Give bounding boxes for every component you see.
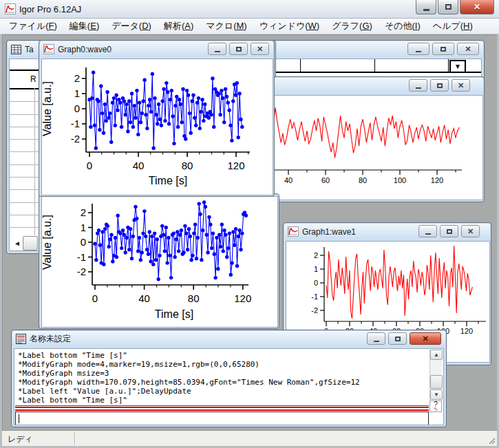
minimize-icon (215, 51, 220, 52)
svg-text:0: 0 (74, 103, 80, 114)
table-column-border (34, 88, 35, 235)
resize-grip[interactable] (488, 437, 496, 445)
history-line: *Label left "Value [a.u.]";DelayUpdate (18, 387, 429, 396)
command-close-button[interactable]: ✕ (410, 332, 441, 345)
maximize-icon (445, 4, 452, 10)
svg-text:2: 2 (314, 251, 318, 259)
menu-item-6[interactable]: グラフ(G) (326, 19, 379, 34)
scroll-up-button[interactable]: ▲ (430, 350, 443, 360)
close-icon: ✕ (467, 228, 474, 235)
svg-text:0: 0 (314, 279, 318, 287)
close-icon: ✕ (422, 335, 428, 343)
table-top-maximize-button[interactable] (432, 43, 454, 55)
history-line: *ModifyGraph msize=3 (18, 369, 429, 378)
graph-red-minimize-button[interactable] (409, 79, 427, 92)
svg-text:-1: -1 (311, 292, 318, 301)
graph1-titlebar[interactable]: Graph1:wave1 (284, 224, 490, 239)
maximize-icon (437, 83, 443, 88)
svg-text:-1: -1 (71, 118, 80, 129)
graph-red-maximize-button[interactable] (430, 79, 449, 92)
command-minimize-button[interactable] (367, 332, 385, 345)
menu-item-4[interactable]: マクロ(M) (200, 19, 253, 34)
table-top-close-button[interactable]: ✕ (457, 43, 479, 55)
graph1-minimize-button[interactable] (418, 225, 437, 237)
close-icon: ✕ (257, 45, 263, 53)
table-cell-border (300, 59, 301, 72)
graph1-maximize-button[interactable] (440, 225, 458, 237)
svg-text:40: 40 (284, 176, 293, 184)
main-window-title: Igor Pro 6.12AJ (19, 4, 81, 14)
graph-blue2-plot: 04080120-2-1012Time [s]Value [a.u.] (42, 197, 278, 328)
svg-text:-2: -2 (311, 306, 318, 314)
menu-item-7[interactable]: その他(I) (379, 19, 427, 34)
svg-text:0: 0 (87, 160, 92, 171)
svg-text:Time [s]: Time [s] (149, 175, 187, 186)
menu-item-3[interactable]: 解析(A) (158, 19, 200, 34)
main-maximize-button[interactable] (438, 0, 458, 14)
svg-text:120: 120 (431, 176, 443, 184)
scroll-left-arrow-icon[interactable]: ◄ (14, 239, 21, 247)
svg-text:-1: -1 (77, 251, 86, 263)
svg-text:1: 1 (314, 265, 318, 273)
minimize-icon (423, 9, 429, 11)
svg-text:120: 120 (460, 327, 473, 335)
scroll-down-icon: ▼ (434, 392, 439, 398)
svg-text:2: 2 (74, 72, 80, 84)
igor-app-icon (5, 3, 16, 14)
history-line: *Label bottom "Time [s]" (18, 351, 429, 360)
command-maximize-button[interactable] (388, 332, 407, 345)
svg-text:-2: -2 (77, 266, 86, 277)
table-icon (11, 45, 21, 54)
svg-text:1: 1 (81, 222, 86, 233)
menu-item-1[interactable]: 編集(E) (63, 19, 105, 34)
svg-text:2: 2 (81, 206, 86, 218)
svg-text:0: 0 (92, 292, 98, 304)
menu-item-8[interactable]: ヘルプ(H) (427, 19, 479, 34)
status-separator (74, 432, 75, 445)
command-title: 名称未設定 (30, 333, 71, 345)
maximize-icon (236, 47, 242, 52)
close-icon: ✕ (458, 82, 464, 89)
scroll-down-button[interactable]: ▼ (430, 390, 443, 400)
graph1-close-button[interactable]: ✕ (461, 225, 480, 237)
graph-icon (288, 226, 299, 237)
table-cell-border (448, 59, 449, 72)
chevron-down-icon: ▼ (454, 63, 461, 70)
menu-item-2[interactable]: データ(D) (105, 19, 158, 34)
graph-red-close-button[interactable]: ✕ (452, 79, 470, 92)
command-help-button[interactable]: ? ∿ (429, 401, 442, 412)
svg-text:Time [s]: Time [s] (155, 308, 193, 320)
command-input[interactable] (15, 412, 429, 425)
svg-text:40: 40 (138, 292, 150, 304)
graph0-close-button[interactable]: ✕ (251, 43, 269, 55)
history-line: *ModifyGraph mode=4,marker=19,msize=1,rg… (18, 360, 429, 369)
graph-icon (43, 44, 54, 54)
svg-text:40: 40 (133, 160, 145, 171)
scrollbar-thumb[interactable] (430, 375, 443, 389)
table-hscroll-thumb[interactable] (23, 236, 38, 250)
table-top-minimize-button[interactable] (407, 43, 429, 55)
graph0-title: Graph0:wave0 (58, 45, 112, 54)
command-separator (15, 405, 429, 412)
svg-text:80: 80 (188, 292, 200, 304)
main-close-button[interactable]: ✕ (460, 0, 494, 14)
maximize-icon (447, 229, 452, 234)
command-content: *Label bottom "Time [s]"*ModifyGraph mod… (14, 348, 444, 425)
menu-item-0[interactable]: ファイル(F) (3, 19, 63, 34)
minimize-icon (374, 341, 379, 342)
text-caret (19, 414, 19, 423)
history-line: *Label bottom "Time [s]" (18, 396, 429, 405)
graph-blue2-content: 04080120-2-1012Time [s]Value [a.u.] (41, 196, 278, 328)
statusbar: レディ (2, 430, 497, 446)
graph0-maximize-button[interactable] (229, 43, 248, 55)
menu-item-5[interactable]: ウィンドウ(W) (253, 19, 326, 34)
svg-text:Value [a.u.]: Value [a.u.] (42, 215, 53, 270)
mdi-client-area: ✕ ▼ Ta R (2, 34, 497, 430)
graph-blue2-window: 04080120-2-1012Time [s]Value [a.u.] (39, 193, 279, 329)
main-minimize-button[interactable] (416, 0, 436, 14)
scroll-up-icon: ▲ (434, 352, 439, 358)
svg-text:100: 100 (394, 176, 406, 184)
graph0-minimize-button[interactable] (208, 43, 226, 55)
command-window: 名称未設定 ✕ *Label bottom "Time [s]"*ModifyG… (11, 330, 447, 427)
maximize-icon (440, 47, 446, 52)
